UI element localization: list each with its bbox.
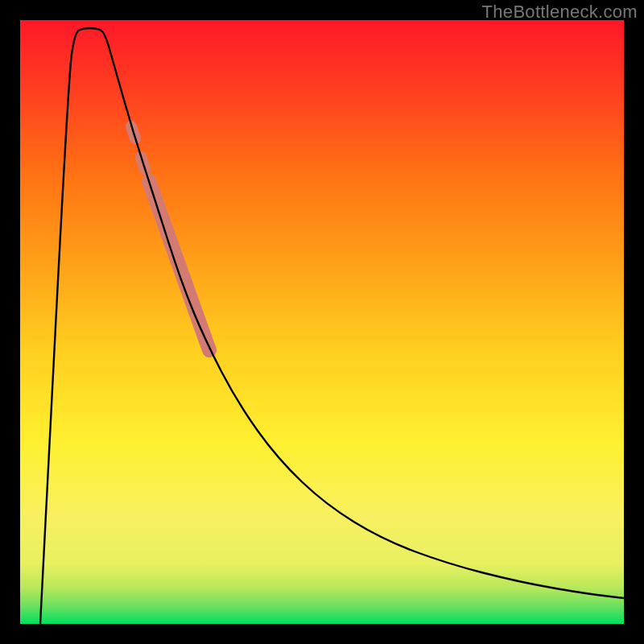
bottleneck-curve	[40, 28, 624, 624]
watermark-text: TheBottleneck.com	[482, 2, 638, 23]
plot-area	[20, 20, 624, 624]
chart-frame: TheBottleneck.com	[0, 0, 644, 644]
curve-layer	[20, 20, 624, 624]
